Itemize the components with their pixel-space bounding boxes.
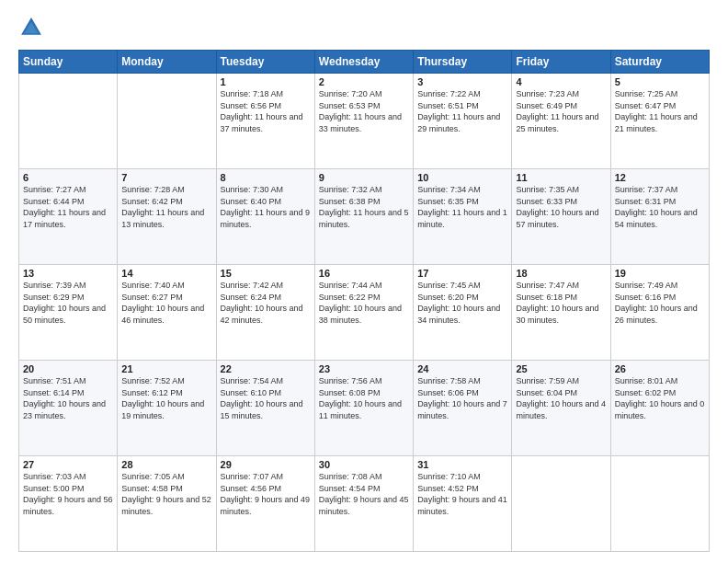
day-header-monday: Monday xyxy=(118,51,216,74)
day-number: 26 xyxy=(615,363,705,374)
day-number: 22 xyxy=(221,363,311,374)
calendar-cell: 2Sunrise: 7:20 AMSunset: 6:53 PMDaylight… xyxy=(314,74,413,169)
cell-text: Sunrise: 7:10 AMSunset: 4:52 PMDaylight:… xyxy=(417,471,507,517)
calendar-week-row: 1Sunrise: 7:18 AMSunset: 6:56 PMDaylight… xyxy=(19,74,710,169)
day-number: 30 xyxy=(319,459,409,470)
cell-text: Sunrise: 7:20 AMSunset: 6:53 PMDaylight:… xyxy=(319,88,409,134)
calendar-cell xyxy=(610,456,709,552)
day-header-sunday: Sunday xyxy=(19,51,118,74)
calendar-cell: 25Sunrise: 7:59 AMSunset: 6:04 PMDayligh… xyxy=(512,361,610,456)
calendar-cell: 12Sunrise: 7:37 AMSunset: 6:31 PMDayligh… xyxy=(610,169,709,265)
day-number: 10 xyxy=(417,172,507,183)
cell-text: Sunrise: 7:45 AMSunset: 6:20 PMDaylight:… xyxy=(417,280,507,326)
day-number: 5 xyxy=(615,76,705,87)
day-number: 9 xyxy=(319,172,409,183)
cell-text: Sunrise: 7:40 AMSunset: 6:27 PMDaylight:… xyxy=(121,280,211,326)
cell-text: Sunrise: 7:34 AMSunset: 6:35 PMDaylight:… xyxy=(417,184,507,230)
calendar-cell: 4Sunrise: 7:23 AMSunset: 6:49 PMDaylight… xyxy=(512,74,610,169)
cell-text: Sunrise: 7:05 AMSunset: 4:58 PMDaylight:… xyxy=(121,471,211,517)
day-number: 29 xyxy=(221,459,311,470)
day-number: 8 xyxy=(221,172,311,183)
day-header-friday: Friday xyxy=(512,51,610,74)
cell-text: Sunrise: 7:07 AMSunset: 4:56 PMDaylight:… xyxy=(221,471,311,517)
logo-icon xyxy=(18,15,44,40)
day-header-saturday: Saturday xyxy=(610,51,709,74)
day-number: 12 xyxy=(615,172,705,183)
cell-text: Sunrise: 7:59 AMSunset: 6:04 PMDaylight:… xyxy=(516,375,606,421)
header xyxy=(18,15,710,40)
day-number: 14 xyxy=(121,268,211,279)
calendar-cell: 16Sunrise: 7:44 AMSunset: 6:22 PMDayligh… xyxy=(314,265,413,361)
calendar-cell: 18Sunrise: 7:47 AMSunset: 6:18 PMDayligh… xyxy=(512,265,610,361)
cell-text: Sunrise: 7:25 AMSunset: 6:47 PMDaylight:… xyxy=(615,88,705,134)
calendar-cell xyxy=(512,456,610,552)
cell-text: Sunrise: 7:54 AMSunset: 6:10 PMDaylight:… xyxy=(221,375,311,421)
day-number: 11 xyxy=(516,172,606,183)
cell-text: Sunrise: 7:51 AMSunset: 6:14 PMDaylight:… xyxy=(23,375,113,421)
day-number: 20 xyxy=(23,363,113,374)
calendar-cell: 22Sunrise: 7:54 AMSunset: 6:10 PMDayligh… xyxy=(216,361,314,456)
cell-text: Sunrise: 7:49 AMSunset: 6:16 PMDaylight:… xyxy=(615,280,705,326)
calendar-cell: 21Sunrise: 7:52 AMSunset: 6:12 PMDayligh… xyxy=(118,361,216,456)
calendar-cell: 23Sunrise: 7:56 AMSunset: 6:08 PMDayligh… xyxy=(314,361,413,456)
day-number: 16 xyxy=(319,268,409,279)
calendar-cell: 26Sunrise: 8:01 AMSunset: 6:02 PMDayligh… xyxy=(610,361,709,456)
calendar-cell: 8Sunrise: 7:30 AMSunset: 6:40 PMDaylight… xyxy=(216,169,314,265)
day-number: 13 xyxy=(23,268,113,279)
cell-text: Sunrise: 7:58 AMSunset: 6:06 PMDaylight:… xyxy=(417,375,507,421)
calendar-cell: 28Sunrise: 7:05 AMSunset: 4:58 PMDayligh… xyxy=(118,456,216,552)
cell-text: Sunrise: 7:47 AMSunset: 6:18 PMDaylight:… xyxy=(516,280,606,326)
calendar-cell: 7Sunrise: 7:28 AMSunset: 6:42 PMDaylight… xyxy=(118,169,216,265)
day-number: 18 xyxy=(516,268,606,279)
cell-text: Sunrise: 7:32 AMSunset: 6:38 PMDaylight:… xyxy=(319,184,409,230)
calendar-week-row: 13Sunrise: 7:39 AMSunset: 6:29 PMDayligh… xyxy=(19,265,710,361)
calendar-cell: 31Sunrise: 7:10 AMSunset: 4:52 PMDayligh… xyxy=(414,456,512,552)
cell-text: Sunrise: 7:18 AMSunset: 6:56 PMDaylight:… xyxy=(221,88,311,134)
calendar-cell: 10Sunrise: 7:34 AMSunset: 6:35 PMDayligh… xyxy=(414,169,512,265)
cell-text: Sunrise: 7:08 AMSunset: 4:54 PMDaylight:… xyxy=(319,471,409,517)
day-number: 24 xyxy=(417,363,507,374)
calendar-cell: 30Sunrise: 7:08 AMSunset: 4:54 PMDayligh… xyxy=(314,456,413,552)
day-number: 25 xyxy=(516,363,606,374)
calendar-cell: 20Sunrise: 7:51 AMSunset: 6:14 PMDayligh… xyxy=(19,361,118,456)
cell-text: Sunrise: 8:01 AMSunset: 6:02 PMDaylight:… xyxy=(615,375,705,421)
day-number: 19 xyxy=(615,268,705,279)
day-number: 4 xyxy=(516,76,606,87)
cell-text: Sunrise: 7:23 AMSunset: 6:49 PMDaylight:… xyxy=(516,88,606,134)
day-number: 1 xyxy=(221,76,311,87)
calendar-cell: 19Sunrise: 7:49 AMSunset: 6:16 PMDayligh… xyxy=(610,265,709,361)
calendar-cell: 17Sunrise: 7:45 AMSunset: 6:20 PMDayligh… xyxy=(414,265,512,361)
calendar-cell xyxy=(118,74,216,169)
day-number: 15 xyxy=(221,268,311,279)
day-number: 6 xyxy=(23,172,113,183)
cell-text: Sunrise: 7:39 AMSunset: 6:29 PMDaylight:… xyxy=(23,280,113,326)
day-number: 28 xyxy=(121,459,211,470)
day-number: 27 xyxy=(23,459,113,470)
calendar-cell: 11Sunrise: 7:35 AMSunset: 6:33 PMDayligh… xyxy=(512,169,610,265)
calendar-cell: 6Sunrise: 7:27 AMSunset: 6:44 PMDaylight… xyxy=(19,169,118,265)
calendar-cell: 13Sunrise: 7:39 AMSunset: 6:29 PMDayligh… xyxy=(19,265,118,361)
calendar-cell: 9Sunrise: 7:32 AMSunset: 6:38 PMDaylight… xyxy=(314,169,413,265)
day-number: 7 xyxy=(121,172,211,183)
cell-text: Sunrise: 7:52 AMSunset: 6:12 PMDaylight:… xyxy=(121,375,211,421)
cell-text: Sunrise: 7:22 AMSunset: 6:51 PMDaylight:… xyxy=(417,88,507,134)
calendar-cell: 29Sunrise: 7:07 AMSunset: 4:56 PMDayligh… xyxy=(216,456,314,552)
logo xyxy=(18,15,48,40)
cell-text: Sunrise: 7:27 AMSunset: 6:44 PMDaylight:… xyxy=(23,184,113,230)
calendar-week-row: 27Sunrise: 7:03 AMSunset: 5:00 PMDayligh… xyxy=(19,456,710,552)
day-header-thursday: Thursday xyxy=(414,51,512,74)
calendar-week-row: 20Sunrise: 7:51 AMSunset: 6:14 PMDayligh… xyxy=(19,361,710,456)
calendar-table: SundayMondayTuesdayWednesdayThursdayFrid… xyxy=(18,50,710,552)
cell-text: Sunrise: 7:44 AMSunset: 6:22 PMDaylight:… xyxy=(319,280,409,326)
calendar-cell: 24Sunrise: 7:58 AMSunset: 6:06 PMDayligh… xyxy=(414,361,512,456)
cell-text: Sunrise: 7:56 AMSunset: 6:08 PMDaylight:… xyxy=(319,375,409,421)
cell-text: Sunrise: 7:35 AMSunset: 6:33 PMDaylight:… xyxy=(516,184,606,230)
calendar-cell xyxy=(19,74,118,169)
day-number: 2 xyxy=(319,76,409,87)
cell-text: Sunrise: 7:37 AMSunset: 6:31 PMDaylight:… xyxy=(615,184,705,230)
day-number: 31 xyxy=(417,459,507,470)
day-number: 3 xyxy=(417,76,507,87)
calendar-cell: 5Sunrise: 7:25 AMSunset: 6:47 PMDaylight… xyxy=(610,74,709,169)
day-number: 17 xyxy=(417,268,507,279)
page: SundayMondayTuesdayWednesdayThursdayFrid… xyxy=(0,0,728,563)
